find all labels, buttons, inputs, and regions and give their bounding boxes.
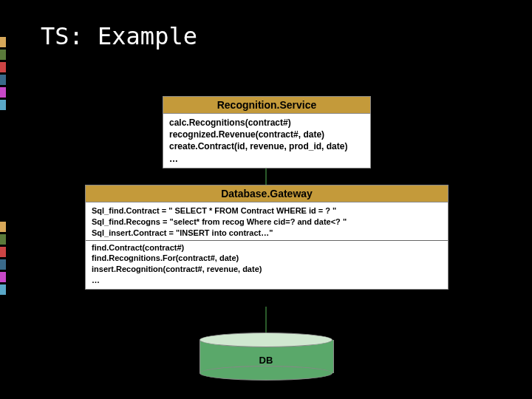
- database-cylinder: DB: [200, 332, 332, 377]
- slide-title: TS: Example: [41, 22, 197, 50]
- class-methods: calc.Recognitions(contract#) recognized.…: [163, 114, 370, 168]
- class-box-recognition-service: Recognition.Service calc.Recognitions(co…: [163, 96, 371, 168]
- database-label: DB: [200, 355, 332, 366]
- connector-line: [265, 168, 267, 185]
- accent-stripes-top: [0, 37, 6, 112]
- class-name: Recognition.Service: [163, 97, 370, 114]
- class-box-database-gateway: Database.Gateway Sql_find.Contract = " S…: [85, 185, 449, 290]
- class-body: Sql_find.Contract = " SELECT * FROM Cont…: [86, 202, 448, 289]
- accent-stripes-mid: [0, 222, 6, 297]
- class-name: Database.Gateway: [86, 185, 448, 202]
